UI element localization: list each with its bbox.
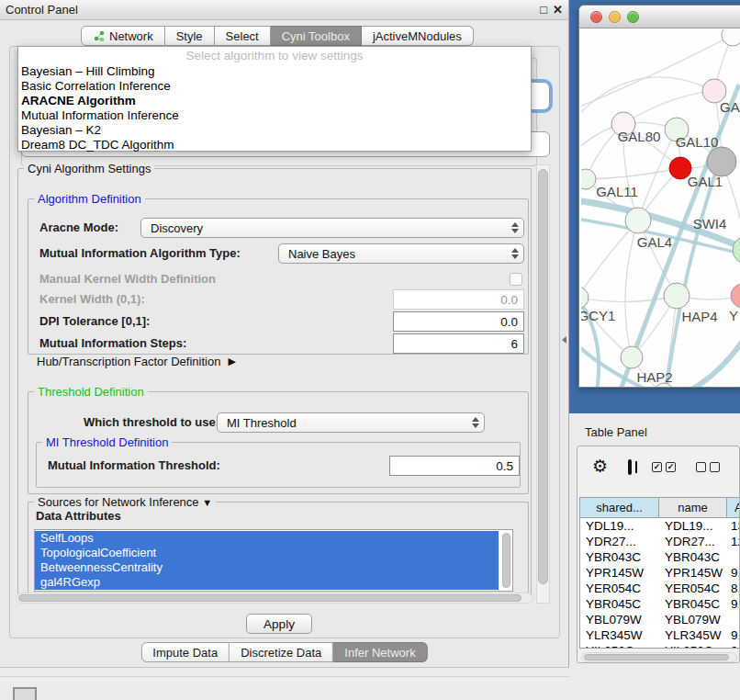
network-tab-icon (93, 30, 105, 41)
deselect-all-checks-icon[interactable] (696, 462, 720, 472)
attribute-item[interactable]: TopologicalCoefficient (35, 546, 499, 560)
settings-hscroll-track[interactable] (16, 593, 533, 604)
algorithm-option[interactable]: Mutual Information Inference (18, 108, 531, 123)
column-header[interactable]: name (659, 498, 727, 518)
select-all-checks-icon[interactable]: ✓ ✓ (652, 462, 676, 472)
hub-definition-toggle[interactable]: Hub/Transcription Factor Definition ▶ (37, 355, 236, 368)
threshold-definition-box: Threshold Definition Which threshold to … (28, 391, 529, 494)
algorithm-option[interactable]: ARACNE Algorithm (18, 94, 531, 108)
which-threshold-value: MI Threshold (227, 416, 297, 430)
network-node[interactable] (664, 283, 690, 309)
table-row[interactable]: YBR043CYBR043C (580, 549, 740, 565)
settings-vscroll-track[interactable] (536, 164, 550, 604)
table-cell: YER054C (659, 581, 727, 596)
tab-network[interactable]: Network (81, 26, 165, 46)
table-row[interactable]: YBR045CYBR045C9... (580, 596, 740, 612)
network-node[interactable] (621, 346, 643, 368)
network-node-label: GAL11 (596, 184, 638, 199)
column-header[interactable]: shared... (580, 498, 659, 518)
network-node[interactable] (722, 29, 740, 46)
attribute-item[interactable]: SelfLoops (35, 531, 499, 546)
network-node-label: GAL80 (618, 129, 661, 144)
hub-definition-label: Hub/Transcription Factor Definition (37, 355, 220, 368)
column-header[interactable]: A (727, 498, 740, 518)
network-canvas[interactable]: GALGAL80GAL10GAL1GAL11SWI4GAL4GCY1HAP4YH… (581, 29, 740, 388)
cyni-toolbox-content: galFiltered.sif default node Select algo… (9, 46, 560, 638)
kernel-width-field[interactable]: 0.0 (393, 289, 524, 310)
algorithm-option[interactable]: Bayesian – Hill Climbing (18, 64, 531, 79)
close-traffic-light[interactable] (590, 11, 602, 23)
table-row[interactable]: YDR27...YDR27...12... (580, 534, 740, 549)
tab-style[interactable]: Style (165, 26, 215, 46)
mi-algorithm-type-combo[interactable]: Naive Bayes (278, 243, 524, 264)
network-node-label: SWI4 (693, 216, 727, 231)
table-row[interactable]: YER054CYER054C8... (580, 581, 740, 596)
expanded-arrow-icon[interactable]: ▼ (202, 497, 212, 508)
network-node[interactable] (625, 208, 651, 233)
network-node[interactable] (733, 236, 740, 264)
settings-vscroll-thumb[interactable] (538, 169, 548, 584)
cyni-bottom-tab-bar: Impute DataDiscretize DataInfer Network (140, 642, 427, 662)
apply-button[interactable]: Apply (246, 614, 312, 634)
attribute-item[interactable]: gal4RGexp (35, 575, 499, 590)
table-row[interactable]: YBL079WYBL079W (580, 612, 740, 627)
table-cell: YPR145W (580, 565, 659, 581)
table-row[interactable]: YIL052CYIL052C9 (580, 643, 740, 649)
table-cell: 9... (727, 596, 740, 612)
minimized-panel-icon[interactable] (13, 687, 37, 700)
attribute-list-scrollbar[interactable] (502, 533, 510, 588)
algorithm-option[interactable]: Basic Correlation Inference (18, 79, 531, 94)
network-view-window: GALGAL80GAL10GAL1GAL11SWI4GAL4GCY1HAP4YH… (578, 5, 740, 388)
float-window-icon[interactable]: □ (540, 4, 547, 17)
algorithm-option[interactable]: Bayesian – K2 (18, 123, 531, 138)
mi-steps-field[interactable]: 6 (393, 333, 524, 354)
dpi-tolerance-field[interactable]: 0.0 (393, 311, 524, 332)
control-panel-tab-bar: NetworkStyleSelectCyni ToolboxjActiveMNo… (81, 26, 474, 46)
split-divider-arrow[interactable] (562, 336, 566, 344)
settings-hscroll-thumb[interactable] (18, 594, 521, 602)
screen: Control Panel □ ✕ NetworkStyleSelectCyni… (0, 0, 740, 700)
table-row[interactable]: YDL19...YDL19...13... (580, 518, 740, 534)
network-node[interactable] (731, 284, 740, 308)
aracne-mode-combo[interactable]: Discovery (140, 218, 524, 238)
table-row[interactable]: YPR145WYPR145W9... (580, 565, 740, 581)
table-cell (727, 549, 740, 565)
tab-select[interactable]: Select (215, 26, 271, 46)
tab-impute-data[interactable]: Impute Data (140, 642, 230, 662)
network-node[interactable] (581, 287, 589, 309)
tab-label: Network (109, 29, 153, 43)
threshold-definition-title: Threshold Definition (34, 385, 148, 399)
table-hscroll-thumb[interactable] (584, 654, 729, 660)
table-cell: YDL19... (659, 518, 727, 534)
tab-label: Style (176, 29, 203, 43)
split-columns-icon[interactable] (628, 459, 632, 475)
table-hscroll-track[interactable] (581, 652, 737, 662)
algorithm-definition-title: Algorithm Definition (34, 192, 145, 206)
close-window-icon[interactable]: ✕ (553, 4, 563, 17)
tab-jactivemnodules[interactable]: jActiveMNodules (362, 26, 474, 46)
mi-threshold-field[interactable]: 0.5 (389, 456, 520, 476)
mi-threshold-value: 0.5 (496, 459, 513, 473)
tab-infer-network[interactable]: Infer Network (333, 642, 427, 662)
minimize-traffic-light[interactable] (609, 11, 621, 23)
network-window-titlebar[interactable] (579, 6, 740, 28)
tab-discretize-data[interactable]: Discretize Data (230, 642, 333, 662)
tab-cyni-toolbox[interactable]: Cyni Toolbox (271, 26, 362, 46)
zoom-traffic-light[interactable] (627, 11, 639, 23)
table-toolbar: ⚙ ✓ ✓ (577, 446, 739, 487)
attribute-item[interactable]: BetweennessCentrality (35, 560, 499, 575)
mi-algorithm-type-value: Naive Bayes (288, 247, 355, 261)
which-threshold-combo[interactable]: MI Threshold (217, 412, 485, 433)
combo-arrows-icon (509, 248, 523, 259)
table-cell: YBL079W (659, 612, 727, 627)
table-cell: 13... (727, 518, 740, 534)
manual-kernel-width-checkbox[interactable] (510, 273, 522, 286)
algorithm-option[interactable]: Dream8 DC_TDC Algorithm (18, 138, 531, 152)
algorithm-dropdown-popup: Select algorithm to view settings Bayesi… (17, 46, 532, 152)
table-row[interactable]: YLR345WYLR345W9... (580, 627, 740, 643)
algorithm-popup-placeholder: Select algorithm to view settings (18, 49, 531, 64)
network-node[interactable] (707, 147, 736, 176)
gear-icon[interactable]: ⚙ (592, 457, 608, 476)
table-cell (727, 612, 740, 627)
combo-arrows-icon (509, 222, 523, 233)
